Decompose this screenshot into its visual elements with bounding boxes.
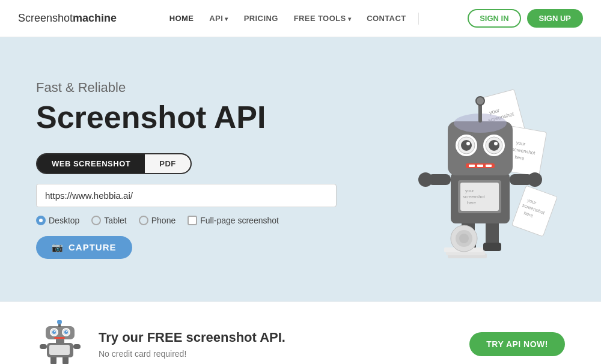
robot-illustration: your screenshot here your screenshot her… [391,67,571,271]
svg-point-32 [489,140,499,151]
device-options-row: Desktop Tablet Phone Full-page screensho… [36,216,373,225]
hero-content: Fast & Reliable Screenshot API WEB SCREE… [36,80,373,258]
promo-robot-icon [36,320,84,364]
svg-point-58 [57,320,62,324]
nav-api[interactable]: API [203,10,234,26]
svg-point-64 [64,330,68,334]
hero-subtitle: Fast & Reliable [36,80,373,96]
nav-free-tools[interactable]: FREE TOOLS [288,10,357,26]
logo-text-bold: machine [73,12,117,25]
radio-phone-dot [139,216,148,225]
promo-section: Try our FREE screenshot API. No credit c… [0,302,601,364]
promo-left: Try our FREE screenshot API. No credit c… [36,320,285,364]
svg-text:your: your [465,188,474,193]
header: Screenshotmachine HOME API PRICING FREE … [0,0,601,37]
svg-point-48 [459,234,469,243]
tab-web-screenshot[interactable]: WEB SCREENSHOT [37,154,145,173]
svg-point-31 [461,140,472,151]
svg-point-65 [54,331,55,332]
option-fullpage[interactable]: Full-page screenshot [188,216,279,225]
svg-rect-54 [73,344,81,349]
promo-subtext: No credit card required! [99,349,285,359]
option-desktop-label: Desktop [49,216,79,225]
radio-tablet-dot [91,216,101,225]
promo-heading: Try our FREE screenshot API. [99,330,285,345]
hero-title: Screenshot API [36,100,373,135]
nav-contact[interactable]: CONTACT [361,10,412,26]
hero-section: Fast & Reliable Screenshot API WEB SCREE… [0,37,601,302]
logo[interactable]: Screenshotmachine [18,12,117,25]
auth-buttons: SIGN IN SIGN UP [468,9,583,28]
camera-icon: 📷 [52,242,64,253]
svg-point-26 [476,97,484,105]
svg-point-34 [494,142,498,145]
svg-rect-53 [40,344,47,349]
option-fullpage-label: Full-page screenshot [200,216,279,225]
svg-rect-11 [483,243,501,251]
checkbox-fullpage-box [188,216,197,225]
svg-rect-37 [477,165,483,167]
option-phone-label: Phone [151,216,175,225]
capture-button[interactable]: 📷 CAPTURE [36,236,132,259]
nav-pricing[interactable]: PRICING [238,10,284,26]
svg-rect-52 [49,345,70,355]
url-input[interactable] [36,184,337,207]
svg-point-63 [52,330,56,334]
sign-up-button[interactable]: SIGN UP [527,9,583,28]
radio-desktop-dot [36,216,46,225]
promo-text: Try our FREE screenshot API. No credit c… [99,330,285,359]
logo-text-light: Screenshot [18,12,73,25]
svg-text:screenshot: screenshot [463,194,486,199]
tab-pdf[interactable]: PDF [145,154,191,173]
capture-label: CAPTURE [69,242,117,252]
svg-text:here: here [467,200,476,205]
screenshot-type-toggle: WEB SCREENSHOT PDF [36,153,192,174]
svg-point-21 [528,172,542,187]
svg-rect-67 [54,337,65,339]
svg-point-33 [466,142,470,145]
main-nav: HOME API PRICING FREE TOOLS CONTACT [163,10,421,26]
svg-point-20 [418,172,433,187]
svg-rect-25 [478,103,482,123]
svg-rect-38 [486,165,492,167]
nav-home[interactable]: HOME [163,10,200,26]
svg-rect-36 [469,165,475,167]
hero-illustration: your screenshot here your screenshot her… [385,67,577,271]
sign-in-button[interactable]: SIGN IN [468,9,520,28]
option-phone[interactable]: Phone [139,216,175,225]
nav-divider [418,13,419,25]
try-api-button[interactable]: TRY API NOW! [469,332,565,356]
option-tablet[interactable]: Tablet [91,216,126,225]
option-tablet-label: Tablet [104,216,126,225]
svg-point-66 [66,331,67,332]
option-desktop[interactable]: Desktop [36,216,79,225]
